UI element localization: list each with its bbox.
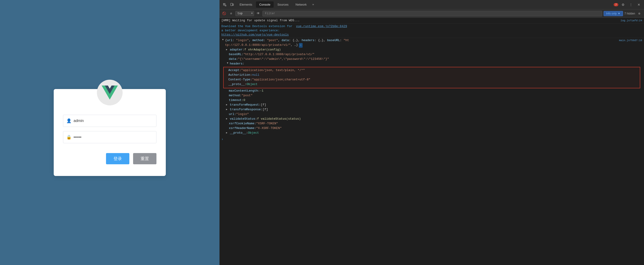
console-line-devtools: Download the Vue Devtools extension for …: [220, 24, 644, 38]
prop-max-content-length: maxContentLength: -1: [221, 89, 642, 94]
devtools-panel: Elements Console Sources Network » 7 ⚙ ⋮…: [220, 0, 644, 265]
prop-method: method: "post": [221, 94, 642, 98]
adapter-arrow[interactable]: ▶: [226, 48, 229, 52]
clear-console-icon[interactable]: 🚫: [221, 11, 227, 16]
tab-elements[interactable]: Elements: [236, 2, 256, 8]
object-source[interactable]: main.js?56d7:16: [615, 38, 642, 43]
info-only-button[interactable]: Info only ▼: [604, 11, 623, 16]
devtools-text: Download the Vue Devtools extension for …: [221, 24, 347, 37]
prop-transform-response: ▶ transformResponse: [f]: [221, 108, 642, 112]
github-link[interactable]: https://github.com/vuejs/vue-devtools: [221, 33, 289, 37]
vue-logo: [97, 80, 122, 105]
username-input[interactable]: [63, 115, 156, 127]
validate-status-arrow[interactable]: ▶: [226, 117, 229, 121]
button-row: 登录 重置: [63, 153, 156, 164]
prop-accept: Accept: "application/json, text/plain, *…: [226, 68, 638, 73]
error-badge: 7: [614, 3, 618, 6]
close-icon[interactable]: ✕: [636, 2, 642, 8]
prop-proto-headers: __proto__: Object: [226, 82, 638, 87]
prop-validate-status: ▶ validateStatus: f validateStatus(statu…: [221, 117, 642, 122]
prompt-arrow-icon: ›: [221, 137, 223, 141]
object-preview: {url: "login", method: "post", data: {…}…: [225, 38, 349, 43]
info-badge: i: [299, 43, 302, 48]
svg-rect-2: [233, 4, 234, 5]
headers-arrow[interactable]: ▶: [225, 62, 230, 65]
console-prompt[interactable]: ›: [220, 136, 644, 143]
tab-more[interactable]: »: [310, 2, 316, 8]
info-only-label: Info only: [606, 12, 617, 15]
tab-console[interactable]: Console: [256, 2, 274, 8]
context-selector-wrapper: top ▼: [235, 11, 254, 16]
top-right-icons: 7 ⚙ ⋮ ✕: [613, 2, 642, 8]
prop-xsrf-cookie: xsrfCookieName: "XSRF-TOKEN": [221, 122, 642, 126]
main-js-link[interactable]: main.js?56d7:16: [619, 39, 642, 42]
object-preview-row2: tp://127.0.0.1:8888/api/private/v1/", …}…: [221, 43, 642, 48]
prop-headers-label: ▶ headers:: [221, 62, 642, 66]
prop-baseurl: baseURL: "http://127.0.0.1:8888/api/priv…: [221, 52, 642, 57]
prop-authoriztion: Authoriztion: null: [226, 73, 638, 78]
object-preview-row: ▶ {url: "login", method: "post", data: {…: [221, 38, 642, 43]
prop-url: url: "login": [221, 112, 642, 117]
prop-transform-request: ▶ transformRequest: [f]: [221, 103, 642, 108]
password-group: 🔒: [63, 131, 156, 143]
settings-icon[interactable]: ⚙: [620, 2, 626, 8]
vue-runtime-link[interactable]: vue.runtime.esm.js?2b0e:8429: [296, 25, 347, 28]
console-settings-icon[interactable]: ⚙: [636, 11, 642, 16]
prop-data: data: "{\"username\":\"admin\",\"passwor…: [221, 57, 642, 62]
devtools-tabs: Elements Console Sources Network »: [236, 2, 612, 8]
user-icon: 👤: [66, 118, 72, 123]
password-input[interactable]: [63, 131, 156, 143]
prop-timeout: timeout: 0: [221, 98, 642, 103]
console-content: [HMR] Waiting for update signal from WDS…: [220, 18, 644, 265]
inspect-icon[interactable]: [221, 2, 228, 8]
svg-point-0: [225, 5, 226, 6]
prop-xsrf-header: xsrfHeaderName: "X-XSRF-TOKEN": [221, 126, 642, 131]
hmr-text: [HMR] Waiting for update signal from WDS…: [221, 19, 300, 23]
tab-sources[interactable]: Sources: [274, 2, 292, 8]
username-group: 👤: [63, 115, 156, 127]
console-toolbar: 🚫 ⊘ top ▼ 👁 Info only ▼ 7 hidden ⚙: [220, 9, 644, 18]
transform-response-arrow[interactable]: ▶: [226, 108, 229, 112]
lock-icon: 🔒: [66, 135, 72, 140]
hidden-count: 7 hidden: [624, 12, 635, 15]
console-input[interactable]: [225, 138, 642, 141]
reset-button[interactable]: 重置: [133, 153, 156, 164]
context-select[interactable]: top: [235, 11, 254, 16]
login-form: 👤 🔒 登录 重置: [54, 89, 166, 176]
svg-rect-1: [231, 3, 232, 6]
info-only-arrow: ▼: [618, 12, 620, 15]
expand-arrow[interactable]: ▶: [221, 39, 225, 42]
eye-icon[interactable]: 👁: [256, 11, 261, 16]
transform-request-arrow[interactable]: ▶: [226, 103, 229, 107]
device-icon[interactable]: [229, 2, 235, 8]
proto-arrow[interactable]: ▶: [226, 131, 229, 135]
console-line-object: ▶ {url: "login", method: "post", data: {…: [220, 38, 644, 136]
tab-network[interactable]: Network: [292, 2, 310, 8]
filter-input[interactable]: [262, 11, 602, 16]
hmr-source-link[interactable]: log.js?1afd:24: [621, 19, 642, 22]
prop-adapter: ▶ adapter: f xhrAdapter(config): [221, 48, 642, 52]
hmr-source[interactable]: log.js?1afd:24: [617, 19, 642, 23]
console-line-hmr: [HMR] Waiting for update signal from WDS…: [220, 18, 644, 24]
prop-content-type: Content-Type: "application/json;charset=…: [226, 78, 638, 82]
devtools-topbar: Elements Console Sources Network » 7 ⚙ ⋮…: [220, 0, 644, 9]
login-button[interactable]: 登录: [106, 153, 129, 164]
filter-icon[interactable]: ⊘: [228, 11, 234, 16]
login-panel: 👤 🔒 登录 重置: [0, 0, 220, 265]
headers-box: Accept: "application/json, text/plain, *…: [223, 67, 640, 88]
prop-proto: ▶ __proto__: Object: [221, 131, 642, 136]
more-icon[interactable]: ⋮: [628, 2, 634, 8]
